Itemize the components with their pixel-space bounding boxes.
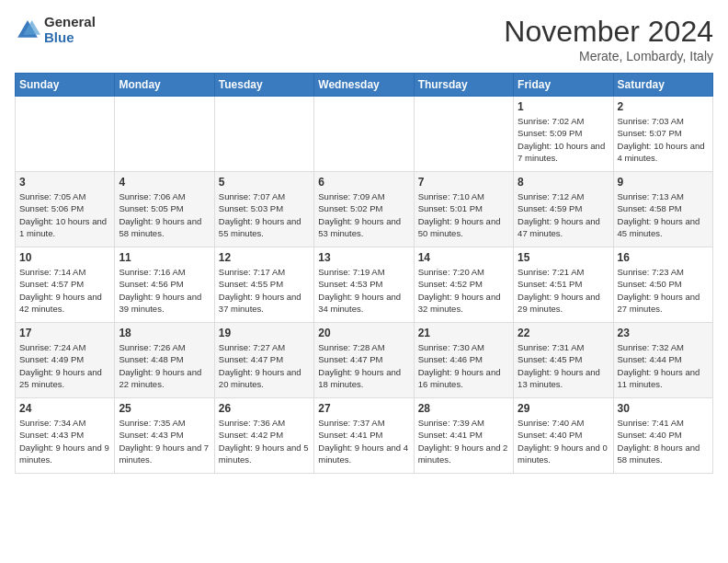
calendar-week-1: 1Sunrise: 7:02 AM Sunset: 5:09 PM Daylig…	[16, 97, 713, 172]
day-number: 30	[618, 402, 709, 415]
day-number: 17	[19, 327, 110, 339]
day-number: 2	[618, 100, 709, 113]
calendar-cell: 23Sunrise: 7:32 AM Sunset: 4:44 PM Dayli…	[613, 323, 712, 398]
day-info: Sunrise: 7:35 AM Sunset: 4:43 PM Dayligh…	[119, 417, 210, 465]
day-info: Sunrise: 7:13 AM Sunset: 4:58 PM Dayligh…	[618, 190, 709, 239]
day-info: Sunrise: 7:12 AM Sunset: 4:59 PM Dayligh…	[518, 190, 609, 239]
calendar-cell: 7Sunrise: 7:10 AM Sunset: 5:01 PM Daylig…	[414, 172, 513, 247]
calendar-cell	[414, 97, 513, 172]
day-number: 28	[418, 402, 509, 415]
day-number: 26	[219, 402, 310, 415]
calendar-cell	[16, 97, 115, 172]
logo-blue-text: Blue	[44, 30, 96, 46]
col-friday: Friday	[514, 74, 613, 97]
col-tuesday: Tuesday	[214, 74, 313, 97]
calendar-cell: 14Sunrise: 7:20 AM Sunset: 4:52 PM Dayli…	[414, 247, 513, 323]
calendar-cell: 5Sunrise: 7:07 AM Sunset: 5:03 PM Daylig…	[214, 172, 313, 247]
calendar-cell: 17Sunrise: 7:24 AM Sunset: 4:49 PM Dayli…	[16, 323, 115, 398]
day-number: 29	[518, 402, 609, 415]
calendar-cell: 21Sunrise: 7:30 AM Sunset: 4:46 PM Dayli…	[414, 323, 513, 398]
day-info: Sunrise: 7:14 AM Sunset: 4:57 PM Dayligh…	[19, 266, 110, 315]
day-number: 19	[219, 327, 310, 339]
calendar-cell: 2Sunrise: 7:03 AM Sunset: 5:07 PM Daylig…	[613, 97, 712, 172]
calendar-header: Sunday Monday Tuesday Wednesday Thursday…	[16, 74, 713, 97]
calendar-cell: 1Sunrise: 7:02 AM Sunset: 5:09 PM Daylig…	[514, 97, 613, 172]
calendar-week-2: 3Sunrise: 7:05 AM Sunset: 5:06 PM Daylig…	[16, 172, 713, 247]
day-number: 15	[518, 251, 609, 264]
calendar-cell	[214, 97, 313, 172]
calendar-cell	[314, 97, 414, 172]
day-info: Sunrise: 7:09 AM Sunset: 5:02 PM Dayligh…	[318, 190, 409, 239]
day-number: 22	[518, 327, 609, 339]
day-info: Sunrise: 7:30 AM Sunset: 4:46 PM Dayligh…	[418, 341, 509, 390]
calendar-cell: 18Sunrise: 7:26 AM Sunset: 4:48 PM Dayli…	[115, 323, 214, 398]
calendar-cell: 15Sunrise: 7:21 AM Sunset: 4:51 PM Dayli…	[514, 247, 613, 323]
day-info: Sunrise: 7:10 AM Sunset: 5:01 PM Dayligh…	[418, 190, 509, 239]
day-info: Sunrise: 7:34 AM Sunset: 4:43 PM Dayligh…	[19, 417, 110, 465]
day-number: 13	[318, 251, 409, 264]
calendar-cell: 25Sunrise: 7:35 AM Sunset: 4:43 PM Dayli…	[115, 398, 214, 474]
logo: General Blue	[15, 15, 96, 45]
day-info: Sunrise: 7:20 AM Sunset: 4:52 PM Dayligh…	[418, 266, 509, 315]
day-number: 16	[618, 251, 709, 264]
day-info: Sunrise: 7:23 AM Sunset: 4:50 PM Dayligh…	[618, 266, 709, 315]
day-number: 11	[119, 251, 210, 264]
day-number: 18	[119, 327, 210, 339]
page: General Blue November 2024 Merate, Lomba…	[0, 0, 728, 481]
day-info: Sunrise: 7:32 AM Sunset: 4:44 PM Dayligh…	[618, 341, 709, 390]
day-number: 3	[19, 176, 110, 189]
day-number: 21	[418, 327, 509, 339]
day-number: 5	[219, 176, 310, 189]
header: General Blue November 2024 Merate, Lomba…	[15, 15, 713, 63]
calendar-cell: 10Sunrise: 7:14 AM Sunset: 4:57 PM Dayli…	[16, 247, 115, 323]
day-info: Sunrise: 7:19 AM Sunset: 4:53 PM Dayligh…	[318, 266, 409, 315]
location: Merate, Lombardy, Italy	[504, 49, 713, 63]
calendar-cell: 30Sunrise: 7:41 AM Sunset: 4:40 PM Dayli…	[613, 398, 712, 474]
day-info: Sunrise: 7:06 AM Sunset: 5:05 PM Dayligh…	[119, 190, 210, 239]
calendar-cell: 19Sunrise: 7:27 AM Sunset: 4:47 PM Dayli…	[214, 323, 313, 398]
day-info: Sunrise: 7:37 AM Sunset: 4:41 PM Dayligh…	[318, 417, 409, 465]
day-number: 9	[618, 176, 709, 189]
calendar-cell: 26Sunrise: 7:36 AM Sunset: 4:42 PM Dayli…	[214, 398, 313, 474]
month-title: November 2024	[504, 15, 713, 49]
calendar-cell: 12Sunrise: 7:17 AM Sunset: 4:55 PM Dayli…	[214, 247, 313, 323]
day-number: 20	[318, 327, 409, 339]
day-info: Sunrise: 7:26 AM Sunset: 4:48 PM Dayligh…	[119, 341, 210, 390]
day-number: 27	[318, 402, 409, 415]
calendar-cell: 24Sunrise: 7:34 AM Sunset: 4:43 PM Dayli…	[16, 398, 115, 474]
day-info: Sunrise: 7:05 AM Sunset: 5:06 PM Dayligh…	[19, 190, 110, 239]
day-info: Sunrise: 7:17 AM Sunset: 4:55 PM Dayligh…	[219, 266, 310, 315]
day-number: 7	[418, 176, 509, 189]
col-monday: Monday	[115, 74, 214, 97]
calendar-table: Sunday Monday Tuesday Wednesday Thursday…	[15, 73, 713, 474]
calendar-cell: 8Sunrise: 7:12 AM Sunset: 4:59 PM Daylig…	[514, 172, 613, 247]
day-info: Sunrise: 7:16 AM Sunset: 4:56 PM Dayligh…	[119, 266, 210, 315]
day-info: Sunrise: 7:03 AM Sunset: 5:07 PM Dayligh…	[618, 115, 709, 164]
day-number: 24	[19, 402, 110, 415]
day-info: Sunrise: 7:39 AM Sunset: 4:41 PM Dayligh…	[418, 417, 509, 465]
day-info: Sunrise: 7:24 AM Sunset: 4:49 PM Dayligh…	[19, 341, 110, 390]
day-number: 10	[19, 251, 110, 264]
calendar-cell: 29Sunrise: 7:40 AM Sunset: 4:40 PM Dayli…	[514, 398, 613, 474]
col-saturday: Saturday	[613, 74, 712, 97]
day-info: Sunrise: 7:41 AM Sunset: 4:40 PM Dayligh…	[618, 417, 709, 465]
calendar-cell: 22Sunrise: 7:31 AM Sunset: 4:45 PM Dayli…	[514, 323, 613, 398]
day-number: 1	[518, 100, 609, 113]
col-wednesday: Wednesday	[314, 74, 414, 97]
logo-text: General Blue	[44, 15, 96, 45]
day-number: 4	[119, 176, 210, 189]
calendar-cell	[115, 97, 214, 172]
day-number: 6	[318, 176, 409, 189]
day-number: 25	[119, 402, 210, 415]
header-row: Sunday Monday Tuesday Wednesday Thursday…	[16, 74, 713, 97]
day-info: Sunrise: 7:31 AM Sunset: 4:45 PM Dayligh…	[518, 341, 609, 390]
calendar-week-4: 17Sunrise: 7:24 AM Sunset: 4:49 PM Dayli…	[16, 323, 713, 398]
calendar-cell: 28Sunrise: 7:39 AM Sunset: 4:41 PM Dayli…	[414, 398, 513, 474]
day-number: 14	[418, 251, 509, 264]
calendar-cell: 20Sunrise: 7:28 AM Sunset: 4:47 PM Dayli…	[314, 323, 414, 398]
day-info: Sunrise: 7:02 AM Sunset: 5:09 PM Dayligh…	[518, 115, 609, 164]
day-number: 12	[219, 251, 310, 264]
col-sunday: Sunday	[16, 74, 115, 97]
day-info: Sunrise: 7:36 AM Sunset: 4:42 PM Dayligh…	[219, 417, 310, 465]
day-info: Sunrise: 7:40 AM Sunset: 4:40 PM Dayligh…	[518, 417, 609, 465]
